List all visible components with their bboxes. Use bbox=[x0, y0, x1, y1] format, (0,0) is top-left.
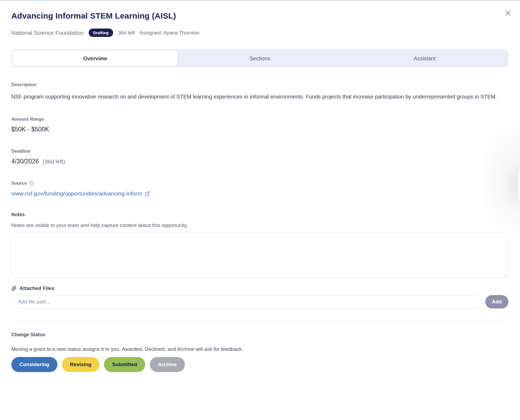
attached-files-label: Attached Files bbox=[19, 285, 54, 291]
paperclip-icon bbox=[11, 286, 17, 291]
deadline-days-left: (36d left) bbox=[43, 158, 65, 165]
section-divider bbox=[11, 320, 508, 321]
right-edge-panel-peek bbox=[518, 170, 520, 201]
description-text: NSF program supporting innovative resear… bbox=[11, 92, 508, 102]
grant-meta-row: National Science Foundation Drafting 36d… bbox=[11, 29, 508, 37]
amount-range-value: $50K - $500K bbox=[11, 126, 508, 133]
status-button-submitted[interactable]: Submitted bbox=[104, 357, 145, 372]
status-badge: Drafting bbox=[89, 29, 113, 37]
description-label: Description bbox=[11, 82, 508, 88]
resize-grip[interactable] bbox=[503, 273, 507, 276]
notes-label: Notes bbox=[11, 212, 508, 218]
status-button-archive[interactable]: Archive bbox=[150, 357, 185, 372]
assigned-to: Assigned: Ayana Thornton bbox=[140, 30, 199, 36]
tab-bar: Overview Sections Assistant bbox=[11, 49, 508, 68]
days-left: 36d left bbox=[118, 30, 135, 36]
source-link-text: www.nsf.gov/funding/opportunities/advanc… bbox=[11, 190, 142, 197]
tab-overview[interactable]: Overview bbox=[13, 51, 178, 66]
external-link-icon bbox=[145, 191, 150, 196]
info-circle-icon[interactable] bbox=[29, 181, 34, 186]
source-label: Source bbox=[11, 181, 27, 186]
funder-name: National Science Foundation bbox=[11, 30, 84, 36]
tab-sections[interactable]: Sections bbox=[178, 51, 342, 66]
grant-detail-panel: Advancing Informal STEM Learning (AISL) … bbox=[11, 0, 508, 372]
deadline-label: Deadline bbox=[11, 149, 508, 154]
notes-helper-text: Notes are visible to your team and help … bbox=[11, 222, 508, 228]
notes-textarea[interactable] bbox=[11, 232, 508, 278]
status-buttons-row: Considering Revising Submitted Archive bbox=[11, 357, 508, 372]
status-button-considering[interactable]: Considering bbox=[11, 357, 57, 372]
attached-files-row: Attached Files bbox=[11, 285, 508, 291]
tab-assistant[interactable]: Assistant bbox=[342, 51, 507, 66]
notes-field-wrap bbox=[11, 232, 508, 278]
page-title: Advancing Informal STEM Learning (AISL) bbox=[11, 11, 508, 20]
deadline-row: 4/30/2026 (36d left) bbox=[11, 158, 508, 165]
file-path-input[interactable] bbox=[11, 295, 481, 309]
status-button-revising[interactable]: Revising bbox=[62, 357, 99, 372]
source-link[interactable]: www.nsf.gov/funding/opportunities/advanc… bbox=[11, 190, 508, 197]
source-row: Source bbox=[11, 181, 508, 186]
add-file-button[interactable]: Add bbox=[485, 295, 508, 309]
deadline-date: 4/30/2026 bbox=[11, 158, 39, 165]
change-status-helper: Moving a grant to a new status assigns i… bbox=[11, 346, 508, 352]
file-path-row: Add bbox=[11, 295, 508, 309]
change-status-label: Change Status bbox=[11, 332, 508, 338]
amount-range-label: Amount Range bbox=[11, 117, 508, 122]
